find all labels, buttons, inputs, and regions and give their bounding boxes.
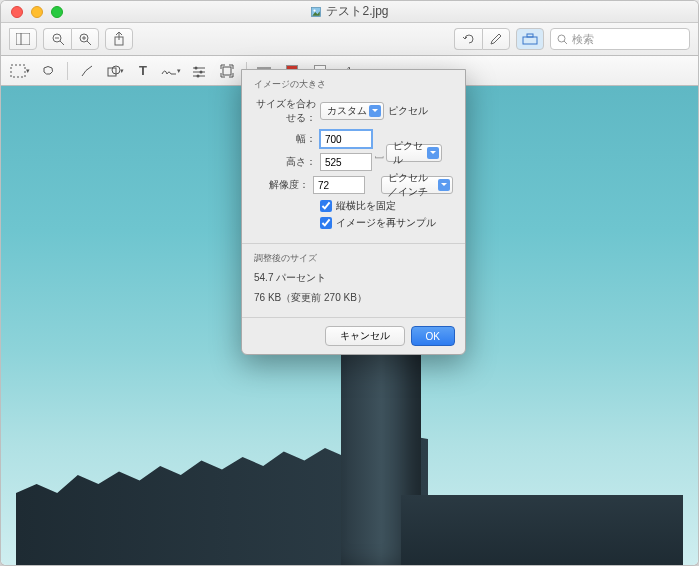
fit-unit: ピクセル — [388, 104, 428, 118]
share-icon — [113, 32, 125, 46]
edit-button[interactable] — [482, 28, 510, 50]
fit-select[interactable]: カスタム — [320, 102, 384, 120]
jpeg-icon — [310, 6, 322, 18]
link-icon: ⎵ — [372, 135, 386, 171]
markup-toggle-button[interactable] — [516, 28, 544, 50]
svg-rect-2 — [16, 33, 30, 45]
dialog-section-label: イメージの大きさ — [254, 78, 453, 91]
divider — [67, 62, 68, 80]
resolution-label: 解像度： — [254, 178, 309, 192]
svg-rect-14 — [527, 34, 533, 37]
svg-line-5 — [60, 41, 64, 45]
result-section-label: 調整後のサイズ — [254, 252, 453, 265]
result-size-text: 76 KB（変更前 270 KB） — [254, 291, 453, 305]
titlebar: テスト2.jpg — [1, 1, 698, 23]
shapes-icon — [106, 64, 120, 78]
view-segment — [9, 28, 37, 50]
wh-unit-select[interactable]: ピクセル — [386, 144, 442, 162]
window-title: テスト2.jpg — [1, 3, 698, 20]
toolbox-icon — [521, 32, 539, 46]
svg-point-23 — [195, 66, 198, 69]
svg-line-8 — [87, 41, 91, 45]
share-button[interactable] — [105, 28, 133, 50]
zoom-out-icon — [51, 32, 65, 46]
toolbar: 検索 — [1, 23, 698, 56]
width-input[interactable] — [320, 130, 372, 148]
signature-icon — [161, 64, 177, 78]
lock-ratio-checkbox[interactable]: 縦横比を固定 — [320, 199, 453, 213]
cancel-button[interactable]: キャンセル — [325, 326, 405, 346]
pen-icon — [80, 64, 94, 78]
text-icon: T — [139, 63, 147, 78]
sketch-tool[interactable] — [74, 60, 100, 82]
fit-select-value: カスタム — [327, 104, 367, 118]
ok-button[interactable]: OK — [411, 326, 455, 346]
resize-icon — [220, 64, 234, 78]
selection-icon — [10, 64, 26, 78]
sidebar-icon — [16, 33, 30, 45]
rotate-icon — [462, 32, 476, 46]
zoom-out-button[interactable] — [43, 28, 71, 50]
adjust-color-tool[interactable] — [186, 60, 212, 82]
lock-ratio-label: 縦横比を固定 — [336, 199, 396, 213]
image-content — [401, 495, 683, 565]
resample-checkbox[interactable]: イメージを再サンプル — [320, 216, 453, 230]
resolution-input[interactable] — [313, 176, 365, 194]
pencil-icon — [489, 32, 503, 46]
svg-point-25 — [197, 74, 200, 77]
select-tool[interactable]: ▾ — [7, 60, 33, 82]
height-label: 高さ： — [254, 155, 316, 169]
height-input[interactable] — [320, 153, 372, 171]
text-tool[interactable]: T — [130, 60, 156, 82]
shapes-tool[interactable]: ▾ — [102, 60, 128, 82]
markup-segment — [454, 28, 510, 50]
search-icon — [557, 34, 568, 45]
resolution-unit-select[interactable]: ピクセル／インチ — [381, 176, 453, 194]
result-percent-text: 54.7 パーセント — [254, 271, 453, 285]
zoom-in-button[interactable] — [71, 28, 99, 50]
lasso-tool[interactable] — [35, 60, 61, 82]
search-placeholder: 検索 — [572, 32, 594, 47]
search-field[interactable]: 検索 — [550, 28, 690, 50]
window-title-text: テスト2.jpg — [326, 3, 388, 20]
sidebar-toggle-button[interactable] — [9, 28, 37, 50]
resample-label: イメージを再サンプル — [336, 216, 436, 230]
svg-point-15 — [558, 35, 565, 42]
resize-dialog: イメージの大きさ サイズを合わせる： カスタム ピクセル 幅： 高さ： — [241, 69, 466, 355]
fit-label: サイズを合わせる： — [254, 97, 316, 125]
crop-tool[interactable] — [214, 60, 240, 82]
svg-line-16 — [564, 41, 567, 44]
resolution-unit-value: ピクセル／インチ — [388, 171, 436, 199]
app-window: テスト2.jpg 検索 ▾ ▾ T ▾ ▾ ▾ — [0, 0, 699, 566]
rotate-button[interactable] — [454, 28, 482, 50]
sign-tool[interactable]: ▾ — [158, 60, 184, 82]
width-label: 幅： — [254, 132, 316, 146]
wh-unit-value: ピクセル — [393, 139, 425, 167]
zoom-segment — [43, 28, 99, 50]
lock-ratio-input[interactable] — [320, 200, 332, 212]
svg-point-24 — [200, 70, 203, 73]
adjust-icon — [191, 64, 207, 78]
svg-point-1 — [314, 9, 316, 11]
resample-input[interactable] — [320, 217, 332, 229]
lasso-icon — [41, 64, 55, 78]
zoom-in-icon — [78, 32, 92, 46]
svg-rect-17 — [11, 65, 25, 77]
svg-rect-13 — [523, 37, 537, 44]
svg-rect-26 — [223, 67, 231, 75]
